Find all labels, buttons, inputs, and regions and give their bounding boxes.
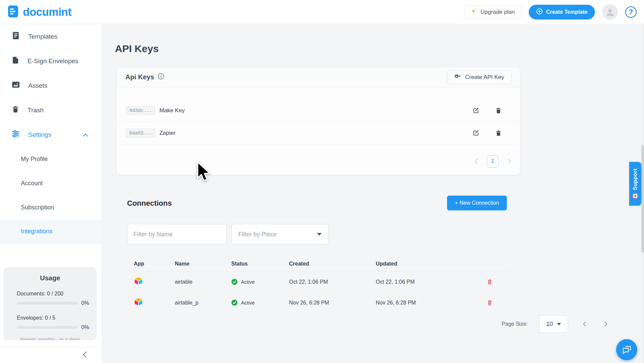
sidebar-collapse-bar [0, 347, 102, 363]
sparkle-icon [471, 8, 477, 16]
sidebar-subitem-integrations[interactable]: Integrations [0, 219, 102, 244]
envelopes-usage-label: Envelopes: 0 / 5 [17, 315, 97, 321]
sidebar-subitem-my-profile[interactable]: My Profile [0, 147, 102, 171]
api-key-row: 6d3dc... Make Key [117, 99, 520, 122]
api-key-name: Make Key [159, 107, 185, 114]
documents-usage-percent: 0% [81, 300, 89, 306]
status-text: Active [241, 279, 255, 285]
filter-by-piece-select[interactable]: Filter by Piece [231, 224, 329, 245]
upgrade-plan-label: Upgrade plan [481, 9, 515, 15]
support-tab-label: Support [632, 169, 638, 191]
templates-icon [11, 31, 20, 42]
col-updated: Updated [376, 261, 471, 267]
create-template-label: Create Template [546, 9, 588, 15]
user-avatar[interactable] [602, 4, 618, 20]
page-number-button[interactable]: 1 [487, 155, 499, 167]
connections-filters: Filter by Piece [127, 224, 329, 245]
support-tab[interactable]: Support [629, 162, 641, 206]
trash-icon [11, 105, 19, 115]
edit-key-button[interactable] [472, 107, 480, 114]
updated-date: Oct 22, 1:06 PM [376, 279, 471, 285]
table-row[interactable]: airtable Active Oct 22, 1:06 PM Oct 22, … [127, 272, 509, 292]
envelope-file-icon [11, 56, 19, 66]
api-key-code[interactable]: baa83... [126, 129, 155, 137]
delete-key-button[interactable] [495, 129, 502, 137]
image-icon [11, 80, 20, 91]
col-created: Created [289, 261, 376, 267]
usage-reset-note: Resets monthly - in 4 days [3, 336, 97, 340]
collapse-sidebar-icon[interactable] [83, 351, 87, 359]
sliders-icon [11, 129, 20, 140]
info-icon[interactable] [158, 73, 164, 81]
next-page-icon[interactable] [601, 321, 611, 327]
app-root: documint Upgrade plan Create Template ? [0, 0, 644, 363]
status-badge: Active [231, 279, 289, 285]
filter-by-name-input[interactable] [127, 224, 227, 245]
api-key-name: Zapier [159, 130, 175, 136]
usage-title: Usage [3, 274, 97, 282]
connection-name: airtable [175, 279, 231, 285]
airtable-icon [134, 298, 175, 308]
documents-usage-label: Documents: 0 / 200 [17, 291, 97, 297]
col-name: Name [175, 261, 231, 267]
sidebar-item-label: Assets [28, 82, 47, 89]
page-size-label: Page Size: [502, 321, 528, 327]
connections-table: App Name Status Created Updated airtable… [127, 256, 509, 313]
top-header: documint Upgrade plan Create Template ? [0, 0, 644, 24]
create-template-button[interactable]: Create Template [529, 5, 595, 19]
edit-key-button[interactable] [472, 129, 480, 137]
sidebar-item-label: Settings [28, 131, 51, 138]
chevron-up-icon [83, 131, 88, 138]
page-title: API Keys [115, 43, 159, 54]
chat-widget-button[interactable] [616, 339, 637, 360]
sidebar-item-label: Templates [28, 33, 57, 40]
new-connection-button[interactable]: + New Connection [447, 196, 507, 210]
prev-page-icon[interactable] [579, 321, 590, 327]
sidebar-subitem-subscription[interactable]: Subscription [0, 195, 102, 219]
col-status: Status [231, 261, 289, 267]
documents-progress-bar [17, 302, 77, 305]
table-row[interactable]: airtable_p Active Nov 26, 6:28 PM Nov 26… [127, 292, 509, 313]
api-keys-panel-header: Api Keys Create API Key [117, 67, 520, 87]
create-api-key-button[interactable]: Create API Key [447, 71, 511, 84]
caret-down-icon [317, 233, 322, 236]
envelopes-progress-bar [17, 326, 77, 329]
filter-by-piece-placeholder: Filter by Piece [238, 231, 277, 238]
status-text: Active [241, 300, 255, 306]
api-keys-pagination: 1 [474, 155, 511, 167]
col-app: App [134, 261, 175, 267]
prev-page-icon[interactable] [474, 158, 478, 164]
sidebar-item-assets[interactable]: Assets [0, 73, 102, 98]
scrollbar-track[interactable] [641, 24, 644, 363]
upgrade-plan-button[interactable]: Upgrade plan [464, 5, 521, 19]
sidebar-item-esign-envelopes[interactable]: E-Sign Envelopes [0, 49, 102, 73]
page-size-select[interactable]: 10 [539, 315, 568, 333]
help-button[interactable]: ? [625, 6, 637, 18]
help-glyph: ? [629, 8, 633, 16]
status-badge: Active [231, 299, 289, 306]
brand-logo[interactable]: documint [7, 5, 71, 19]
scrollbar-thumb[interactable] [641, 145, 644, 253]
subitem-label: Subscription [21, 204, 54, 211]
next-page-icon[interactable] [508, 158, 511, 164]
subitem-label: Account [21, 180, 43, 187]
sidebar: Templates E-Sign Envelopes Assets Trash … [0, 24, 102, 363]
table-pagination: Page Size: 10 [502, 315, 611, 333]
connections-title: Connections [127, 199, 172, 208]
api-key-code[interactable]: 6d3dc... [126, 106, 155, 115]
delete-key-button[interactable] [495, 107, 502, 114]
sidebar-item-trash[interactable]: Trash [0, 98, 102, 122]
sidebar-item-settings[interactable]: Settings [0, 122, 102, 147]
sidebar-item-label: E-Sign Envelopes [28, 57, 78, 65]
delete-connection-button[interactable] [487, 279, 492, 285]
sidebar-subitem-account[interactable]: Account [0, 171, 102, 195]
created-date: Oct 22, 1:06 PM [289, 279, 376, 285]
updated-date: Nov 26, 6:28 PM [376, 300, 471, 306]
envelopes-usage-percent: 0% [81, 324, 89, 330]
delete-connection-button[interactable] [487, 300, 492, 306]
sidebar-item-templates[interactable]: Templates [0, 24, 102, 49]
life-ring-icon [632, 193, 638, 199]
create-api-key-label: Create API Key [465, 74, 504, 81]
airtable-icon [134, 277, 175, 287]
documint-logo-icon [7, 5, 19, 19]
